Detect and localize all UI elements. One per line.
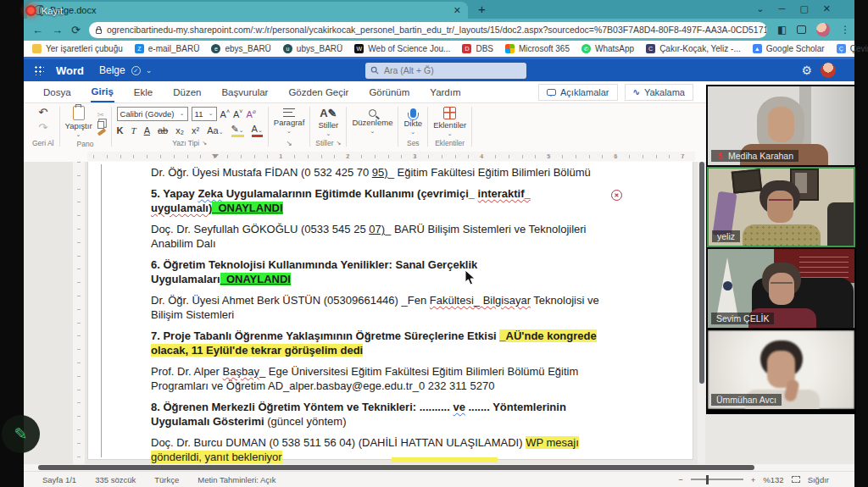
bookmark-item[interactable]: Microsoft 365: [505, 44, 570, 53]
paragraph[interactable]: Prof. Dr. Alper Başbay_ Ege Üniversitesi…: [151, 364, 609, 393]
extensions-puzzle-icon[interactable]: ◧: [777, 24, 787, 36]
app-launcher-waffle-icon[interactable]: [34, 65, 44, 75]
font-color-button[interactable]: A⌄: [252, 125, 263, 137]
indent-marker[interactable]: [212, 154, 219, 162]
settings-gear-icon[interactable]: ⚙: [801, 64, 812, 77]
back-icon[interactable]: ←: [32, 24, 43, 36]
format-painter-icon[interactable]: [97, 128, 105, 136]
tab-close-icon[interactable]: ✕: [453, 5, 461, 16]
bookmark-item[interactable]: eebys_BARÜ: [211, 44, 270, 53]
paragraph[interactable]: 7. Proje Tabanlı Öğrenme Yaklaşımının Öğ…: [151, 329, 609, 357]
horizontal-scrollbar-thumb[interactable]: [38, 465, 754, 470]
paragraph-button[interactable]: Paragraf ⌄: [274, 108, 304, 135]
paragraph[interactable]: Doç. Dr. Burcu DUMAN (0 538 511 56 04) (…: [151, 435, 609, 464]
highlight-pen-icon[interactable]: ✎⌄: [231, 125, 244, 137]
tab-giris[interactable]: Giriş: [91, 82, 114, 102]
document-text[interactable]: Dr. Öğr. Üyesi Mustafa FİDAN (0 532 425 …: [151, 165, 609, 464]
window-close-button[interactable]: ✕: [823, 3, 831, 14]
cut-scissors-icon[interactable]: ✂: [97, 110, 106, 119]
catchup-button[interactable]: ∿Yakalama: [625, 84, 694, 101]
new-tab-button[interactable]: +: [478, 2, 486, 16]
paragraph-dialog-launcher-icon[interactable]: ↘: [286, 137, 292, 150]
tab-duzen[interactable]: Düzen: [172, 83, 202, 102]
window-profile-chevron-icon[interactable]: ⌄: [756, 3, 764, 14]
word-app-name[interactable]: Word: [56, 64, 84, 77]
horizontal-ruler[interactable]: 1 2 3 4 5 6 7: [87, 152, 695, 161]
tab-dosya[interactable]: Dosya: [42, 83, 72, 102]
document-name[interactable]: Belge: [99, 64, 125, 76]
zoom-slider[interactable]: [691, 479, 743, 480]
bookmark-item[interactable]: ÇÇevir: [837, 44, 868, 53]
paragraph[interactable]: 5. Yapay Zeka Uygulamalarının Eğitimde K…: [151, 186, 609, 215]
font-size-select[interactable]: 11⌄: [192, 107, 217, 121]
participant-tile[interactable]: Mediha Karahan: [707, 86, 855, 166]
superscript-button[interactable]: x²: [192, 125, 199, 136]
paste-button[interactable]: Yapıştır ⌄: [65, 106, 92, 138]
change-case-button[interactable]: Aa⌄: [207, 125, 223, 136]
underline-button[interactable]: A: [144, 125, 150, 136]
bookmark-item[interactable]: uubys_BARÜ: [283, 44, 342, 53]
zoom-out-button[interactable]: −: [678, 475, 683, 484]
font-dialog-launcher-icon[interactable]: ↘: [202, 140, 207, 147]
editing-button[interactable]: Düzenleme ⌄: [352, 109, 392, 135]
strikethrough-button[interactable]: ab: [158, 125, 168, 136]
doc-name-chevron-icon[interactable]: ⌄: [146, 66, 153, 75]
font-name-select[interactable]: Calibri (Gövde)⌄: [117, 107, 188, 121]
clear-format-button[interactable]: A⌀: [246, 108, 256, 119]
zoom-slider-thumb[interactable]: [706, 475, 709, 484]
undo-icon[interactable]: ↶: [38, 106, 47, 119]
page-count[interactable]: Sayfa 1/1: [42, 475, 76, 484]
browser-tab[interactable]: Belge.docx ✕: [27, 2, 468, 19]
addins-button[interactable]: Eklentiler ⌄: [433, 107, 466, 137]
paragraph[interactable]: 6. Öğretim Teknolojisi Kullanımında Yeni…: [151, 257, 609, 286]
styles-button[interactable]: A✎ Stiller ⌄: [318, 107, 338, 137]
word-count[interactable]: 335 sözcük: [95, 475, 136, 484]
account-avatar[interactable]: [821, 63, 836, 78]
url-bar[interactable]: ogrencibartinedu-my.sharepoint.com/:w:/r…: [89, 22, 767, 38]
paragraph[interactable]: Dr. Öğr. Üyesi Ahmet Berk ÜSTÜN (0530966…: [151, 293, 609, 322]
vertical-scrollbar[interactable]: [698, 162, 705, 464]
paragraph[interactable]: Dr. Öğr. Üyesi Mustafa FİDAN (0 532 425 …: [151, 165, 609, 180]
tab-basvurular[interactable]: Başvurular: [220, 83, 269, 102]
browser-menu-kebab-icon[interactable]: ⋮: [840, 24, 850, 36]
tab-gozden-gecir[interactable]: Gözden Geçir: [287, 83, 349, 102]
tab-ekle[interactable]: Ekle: [133, 83, 153, 102]
paragraph[interactable]: 8. Öğrenen Merkezli Öğretim Yöntem ve Te…: [151, 400, 609, 429]
window-maximize-button[interactable]: ▢: [799, 3, 808, 14]
window-minimize-button[interactable]: ─: [779, 3, 786, 14]
italic-button[interactable]: T: [131, 125, 136, 136]
dictate-button[interactable]: Dikte ⌄: [403, 108, 422, 136]
fit-label[interactable]: Sığdır: [808, 475, 829, 484]
comments-button[interactable]: Açıklamalar: [538, 84, 617, 101]
copy-icon[interactable]: [97, 121, 104, 129]
subscript-button[interactable]: x₂: [175, 125, 184, 136]
text-predictions-status[interactable]: Metin Tahminleri: Açık: [198, 475, 275, 484]
participant-tile[interactable]: Ümmühan Avcı: [707, 329, 855, 410]
vertical-scrollbar-thumb[interactable]: [699, 162, 704, 384]
bookmark-item[interactable]: Ze-mail_BARÜ: [135, 44, 200, 53]
participant-tile[interactable]: Sevim ÇELİK: [707, 248, 855, 329]
participant-tile[interactable]: yeliz: [707, 167, 855, 247]
bold-button[interactable]: K: [117, 125, 124, 136]
browser-profile-avatar[interactable]: [816, 23, 830, 36]
bookmark-item[interactable]: WWeb of Science Jou...: [354, 44, 450, 53]
zoom-in-button[interactable]: +: [751, 475, 756, 484]
url-text[interactable]: ogrencibartinedu-my.sharepoint.com/:w:/r…: [107, 25, 767, 35]
zoom-level[interactable]: %132: [763, 475, 783, 484]
bookmark-item[interactable]: ▲Google Scholar: [753, 44, 825, 53]
search-box[interactable]: [365, 63, 526, 79]
vertical-ruler[interactable]: [73, 162, 85, 464]
bookmark-item[interactable]: CÇakır-Koçak, Yeliz -...: [646, 44, 741, 53]
annotate-button[interactable]: ✎: [2, 415, 40, 453]
redo-icon[interactable]: ↷: [38, 121, 47, 134]
tab-gorunum[interactable]: Görünüm: [368, 83, 410, 102]
grow-font-button[interactable]: A˄: [220, 108, 230, 119]
reload-icon[interactable]: ⟳: [71, 24, 81, 36]
side-panel-icon[interactable]: [797, 25, 806, 34]
bookmark-item[interactable]: Yer işaretleri çubuğu: [32, 44, 123, 53]
paragraph[interactable]: Doç. Dr. Seyfullah GÖKOĞLU (0533 545 25 …: [151, 222, 609, 251]
bookmark-item[interactable]: ✆WhatsApp: [581, 44, 634, 53]
bookmark-item[interactable]: DDBS: [462, 44, 493, 53]
tab-yardim[interactable]: Yardım: [429, 83, 461, 102]
comment-anchor-icon[interactable]: ✕: [611, 190, 622, 201]
